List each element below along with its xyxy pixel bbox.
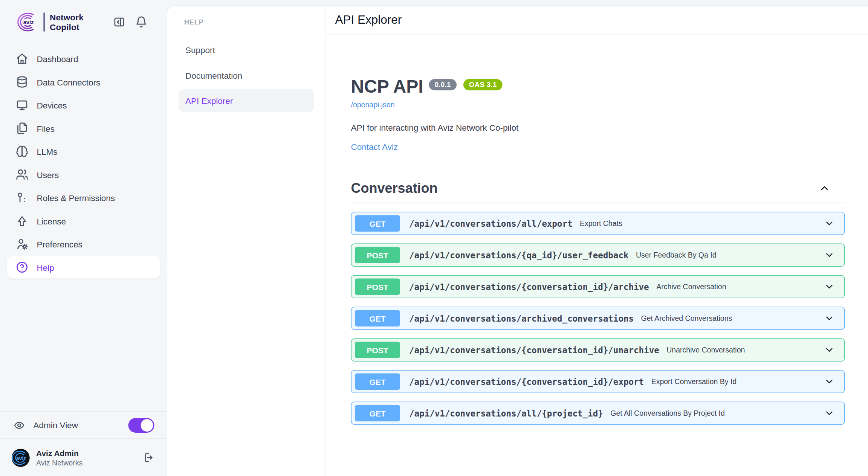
main-content: API Explorer NCP API 0.0.1 OAS 3.1 /open… xyxy=(326,6,868,476)
helpnav-item-api-explorer[interactable]: API Explorer xyxy=(179,89,314,112)
endpoint-summary: Archive Conversation xyxy=(656,282,726,291)
endpoint-path: /api/v1/conversations/all/{project_id} xyxy=(409,408,603,418)
section-title: Conversation xyxy=(351,180,438,196)
endpoint-list: GET /api/v1/conversations/all/export Exp… xyxy=(351,212,845,425)
endpoint-path: /api/v1/conversations/{conversation_id}/… xyxy=(409,345,659,355)
help-item-label: Documentation xyxy=(185,70,242,80)
help-circle-icon xyxy=(16,261,28,273)
oas-badge: OAS 3.1 xyxy=(463,79,503,90)
arrow-up-icon xyxy=(16,215,28,227)
user-gear-icon xyxy=(16,238,28,250)
api-description: API for interacting with Aviz Network Co… xyxy=(351,123,845,133)
endpoint-path: /api/v1/conversations/{conversation_id}/… xyxy=(409,282,649,292)
sidebar-item-users[interactable]: Users xyxy=(7,163,160,186)
notifications-button[interactable] xyxy=(135,16,148,28)
method-badge: GET xyxy=(355,310,400,327)
endpoint-row-get-api-v1-conversations-conversation-id-export[interactable]: GET /api/v1/conversations/{conversation_… xyxy=(351,370,845,394)
user-row: aviz Aviz Admin Aviz Networks xyxy=(0,439,167,476)
sidebar-item-license[interactable]: License xyxy=(7,210,160,232)
endpoint-path: /api/v1/conversations/{conversation_id}/… xyxy=(409,377,644,387)
method-badge: GET xyxy=(355,374,400,390)
logo-divider xyxy=(44,12,45,32)
endpoint-summary: Export Conversation By Id xyxy=(651,377,737,386)
page-title: API Explorer xyxy=(326,6,868,35)
sidebar-item-label: Help xyxy=(37,262,54,272)
logout-button[interactable] xyxy=(143,452,154,463)
version-badge: 0.0.1 xyxy=(429,79,457,90)
sidebar-item-label: Users xyxy=(37,170,59,180)
help-subnav: HELP Support Documentation API Explorer xyxy=(167,6,326,476)
sidebar-header-actions xyxy=(113,16,148,28)
user-name: Aviz Admin xyxy=(36,448,83,457)
endpoint-row-get-api-v1-conversations-all-export[interactable]: GET /api/v1/conversations/all/export Exp… xyxy=(351,212,845,235)
endpoint-row-post-api-v1-conversations-conversation-id-unarchive[interactable]: POST /api/v1/conversations/{conversation… xyxy=(351,339,845,362)
chevron-down-icon xyxy=(824,376,835,387)
sidebar-item-preferences[interactable]: Preferences xyxy=(7,233,160,255)
sidebar-item-data-connectors[interactable]: Data Connectors xyxy=(7,71,160,93)
section-divider xyxy=(351,203,845,204)
chevron-down-icon xyxy=(824,281,835,292)
monitor-icon xyxy=(16,99,28,111)
sidebar-item-llms[interactable]: LLMs xyxy=(7,140,160,163)
users-icon xyxy=(16,168,28,181)
eye-icon xyxy=(14,420,25,431)
avatar-wordmark: aviz xyxy=(16,455,26,461)
endpoint-summary: User Feedback By Qa Id xyxy=(636,251,717,259)
sidebar-footer: Admin View aviz Aviz Admin Aviz Networks xyxy=(0,411,167,476)
admin-view-label: Admin View xyxy=(34,420,78,430)
endpoint-path: /api/v1/conversations/archived_conversat… xyxy=(409,313,634,323)
logo-wordmark: aviz xyxy=(23,19,34,25)
api-info: NCP API 0.0.1 OAS 3.1 /openapi.json API … xyxy=(351,78,845,152)
chevron-down-icon xyxy=(824,313,835,324)
endpoint-row-post-api-v1-conversations-conversation-id-archive[interactable]: POST /api/v1/conversations/{conversation… xyxy=(351,275,845,299)
files-icon xyxy=(16,122,28,134)
admin-view-row: Admin View xyxy=(0,411,167,439)
method-badge: POST xyxy=(355,342,400,359)
helpnav-item-documentation[interactable]: Documentation xyxy=(179,64,314,87)
chevron-down-icon xyxy=(824,345,835,355)
api-explorer-body: NCP API 0.0.1 OAS 3.1 /openapi.json API … xyxy=(326,35,868,425)
app-window: aviz Network Copilot Dashboard Data Conn… xyxy=(0,0,868,476)
endpoint-path: /api/v1/conversations/{qa_id}/user_feedb… xyxy=(409,250,628,260)
method-badge: GET xyxy=(355,405,400,422)
endpoint-row-get-api-v1-conversations-all-project-id[interactable]: GET /api/v1/conversations/all/{project_i… xyxy=(351,402,845,425)
collapse-section-button[interactable] xyxy=(819,183,830,194)
openapi-spec-link[interactable]: /openapi.json xyxy=(351,101,395,109)
sidebar-item-label: Preferences xyxy=(37,239,83,249)
method-badge: POST xyxy=(355,279,400,295)
sidebar-item-label: Data Connectors xyxy=(37,77,101,87)
chevron-down-icon xyxy=(824,250,835,261)
endpoint-summary: Get Archived Conversations xyxy=(641,314,732,323)
sidebar-item-roles-permissions[interactable]: Roles & Permissions xyxy=(7,186,160,209)
sidebar-item-dashboard[interactable]: Dashboard xyxy=(7,47,160,70)
endpoint-path: /api/v1/conversations/all/export xyxy=(409,218,572,229)
sidebar-header: aviz Network Copilot xyxy=(0,0,167,33)
brain-icon xyxy=(16,145,28,158)
conversation-section: Conversation GET /api/v1/conversations/a… xyxy=(351,180,845,425)
admin-view-toggle[interactable] xyxy=(128,418,154,432)
help-item-label: API Explorer xyxy=(185,96,233,105)
sidebar-item-devices[interactable]: Devices xyxy=(7,94,160,116)
sidebar-item-label: Files xyxy=(37,124,55,133)
primary-sidebar: aviz Network Copilot Dashboard Data Conn… xyxy=(0,0,167,476)
avatar: aviz xyxy=(11,448,30,467)
sidebar-nav: Dashboard Data Connectors Devices Files … xyxy=(0,47,167,411)
contact-link[interactable]: Contact Aviz xyxy=(351,142,398,152)
product-name: Network Copilot xyxy=(50,12,84,32)
endpoint-row-get-api-v1-conversations-archived-conversations[interactable]: GET /api/v1/conversations/archived_conve… xyxy=(351,307,845,330)
sidebar-item-label: Dashboard xyxy=(37,54,78,64)
endpoint-summary: Export Chats xyxy=(580,219,622,228)
endpoint-summary: Get All Conversations By Project Id xyxy=(610,409,724,418)
help-subnav-items: Support Documentation API Explorer xyxy=(179,38,314,112)
user-meta: Aviz Admin Aviz Networks xyxy=(36,448,83,467)
help-subnav-heading: HELP xyxy=(184,18,314,26)
collapse-sidebar-button[interactable] xyxy=(113,16,125,28)
helpnav-item-support[interactable]: Support xyxy=(179,38,314,61)
endpoint-row-post-api-v1-conversations-qa-id-user-feedback[interactable]: POST /api/v1/conversations/{qa_id}/user_… xyxy=(351,244,845,267)
sidebar-item-help[interactable]: Help xyxy=(7,256,160,279)
method-badge: GET xyxy=(355,215,400,232)
sidebar-item-files[interactable]: Files xyxy=(7,117,160,140)
sidebar-item-label: License xyxy=(37,216,66,226)
toggle-knob xyxy=(141,419,153,431)
help-item-label: Support xyxy=(185,45,215,55)
